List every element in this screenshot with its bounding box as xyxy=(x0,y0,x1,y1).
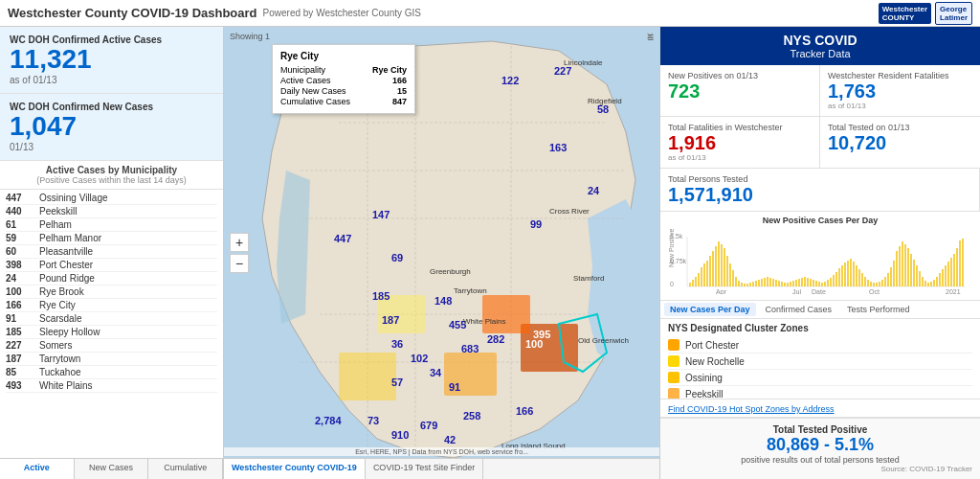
svg-text:258: 258 xyxy=(463,410,480,422)
tracker-stat-cell: Total Fatalities in Westchester 1,916 as… xyxy=(660,117,820,169)
svg-rect-136 xyxy=(904,244,906,286)
cluster-name: Peekskill xyxy=(685,389,723,399)
svg-rect-133 xyxy=(896,251,898,286)
svg-rect-152 xyxy=(950,258,952,286)
svg-text:White Plains: White Plains xyxy=(463,317,505,326)
map-grid-icon[interactable]: ≡ xyxy=(647,31,654,44)
cluster-row: Port Chester xyxy=(668,337,972,354)
header: Westchester County COVID-19 Dashboard Po… xyxy=(0,0,980,27)
svg-rect-96 xyxy=(790,282,791,286)
svg-text:910: 910 xyxy=(391,429,409,441)
svg-text:102: 102 xyxy=(411,353,428,364)
svg-text:Cross River: Cross River xyxy=(549,207,590,216)
svg-rect-12 xyxy=(482,295,530,333)
svg-rect-109 xyxy=(827,280,829,286)
svg-rect-122 xyxy=(864,277,866,286)
zoom-out-button[interactable]: − xyxy=(230,254,249,273)
cluster-row: Peekskill xyxy=(668,386,972,399)
cluster-dot xyxy=(668,355,679,367)
svg-rect-97 xyxy=(792,281,794,286)
map-tab-1[interactable]: COVID-19 Test Site Finder xyxy=(366,459,483,479)
chart-tabs: New Cases Per DayConfirmed CasesTests Pe… xyxy=(660,301,980,319)
chart-tab-new-cases-per-day[interactable]: New Cases Per Day xyxy=(664,303,756,316)
svg-text:Lincolndale: Lincolndale xyxy=(564,58,603,67)
new-cases-date: 01/13 xyxy=(10,142,213,152)
svg-rect-88 xyxy=(767,277,768,286)
tracker-stat-total-persons: Total Persons Tested 1,571,910 xyxy=(660,169,980,212)
svg-rect-73 xyxy=(724,248,725,286)
municipality-row: 227 Somers xyxy=(6,339,217,353)
municipality-row: 185 Sleepy Hollow xyxy=(6,326,217,339)
map-tab-0[interactable]: Westchester County COVID-19 xyxy=(224,459,366,479)
svg-text:187: 187 xyxy=(382,314,399,326)
cluster-finder-link[interactable]: Find COVID-19 Hot Spot Zones by Address xyxy=(668,404,835,414)
svg-rect-14 xyxy=(339,353,396,400)
left-tab-cumulative[interactable]: Cumulative xyxy=(148,459,223,479)
page-title: Westchester County COVID-19 Dashboard xyxy=(8,6,257,20)
svg-rect-87 xyxy=(764,278,766,286)
svg-text:36: 36 xyxy=(391,338,403,350)
logo-area: WestchesterCOUNTY GeorgeLatimer xyxy=(879,2,972,25)
chart-area: New Positive Cases Per Day 1.5k 0.75k 0 xyxy=(660,212,980,301)
svg-rect-127 xyxy=(879,282,880,286)
svg-rect-67 xyxy=(706,261,708,286)
svg-rect-98 xyxy=(795,280,797,286)
svg-rect-142 xyxy=(922,277,924,286)
cluster-row: New Rochelle xyxy=(668,354,972,370)
svg-rect-62 xyxy=(692,280,694,286)
svg-rect-143 xyxy=(924,281,926,286)
svg-rect-129 xyxy=(884,277,886,286)
svg-rect-115 xyxy=(844,262,846,286)
chart-tab-tests-performed[interactable]: Tests Performed xyxy=(841,303,916,316)
svg-text:148: 148 xyxy=(434,295,452,307)
svg-text:447: 447 xyxy=(334,233,351,244)
svg-rect-103 xyxy=(810,279,812,286)
cluster-row: Ossining xyxy=(668,370,972,386)
chart-tab-confirmed-cases[interactable]: Confirmed Cases xyxy=(760,303,838,316)
svg-rect-135 xyxy=(902,241,903,286)
svg-text:Date: Date xyxy=(812,288,826,294)
svg-text:Oct: Oct xyxy=(869,288,880,294)
svg-rect-112 xyxy=(835,272,837,286)
zoom-in-button[interactable]: + xyxy=(230,233,249,252)
svg-rect-137 xyxy=(907,248,909,286)
svg-rect-139 xyxy=(913,260,915,286)
cluster-dot xyxy=(668,388,679,399)
municipality-list[interactable]: 447 Ossining Village 440 Peekskill 61 Pe… xyxy=(0,190,223,458)
tracker-stat-cell: Westchester Resident Fatalities 1,763 as… xyxy=(820,65,980,117)
svg-rect-151 xyxy=(947,262,949,286)
svg-rect-111 xyxy=(833,275,835,286)
logo-westchester: WestchesterCOUNTY xyxy=(879,3,931,24)
popup-row: Active Cases166 xyxy=(280,76,407,85)
svg-rect-117 xyxy=(850,259,852,286)
svg-text:Old Greenwich: Old Greenwich xyxy=(578,336,629,345)
svg-text:34: 34 xyxy=(430,367,442,378)
svg-rect-75 xyxy=(729,263,731,286)
source-label: Source: COVID-19 Tracker xyxy=(668,465,972,473)
svg-rect-107 xyxy=(821,283,823,286)
municipality-row: 447 Ossining Village xyxy=(6,192,217,205)
svg-text:Apr: Apr xyxy=(716,288,727,294)
popup-row: Cumulative Cases847 xyxy=(280,97,407,106)
tracker-stat-cell: New Positives on 01/13 723 xyxy=(660,65,820,117)
svg-rect-145 xyxy=(930,282,932,286)
svg-rect-79 xyxy=(741,283,743,286)
svg-rect-120 xyxy=(858,269,860,286)
cluster-title: NYS Designated Cluster Zones xyxy=(668,323,972,333)
svg-rect-108 xyxy=(824,282,826,286)
svg-rect-90 xyxy=(772,279,774,286)
cluster-name: Ossining xyxy=(685,373,723,383)
map-credit: Esri, HERE, NPS | Data from NYS DOH, web… xyxy=(224,447,659,456)
map-header: Showing 1 ✕ xyxy=(224,29,659,43)
svg-rect-146 xyxy=(933,280,935,286)
svg-rect-99 xyxy=(798,279,800,286)
municipality-row: 59 Pelham Manor xyxy=(6,232,217,245)
left-tab-active[interactable]: Active xyxy=(0,459,75,479)
left-tab-new-cases[interactable]: New Cases xyxy=(75,459,149,479)
svg-rect-68 xyxy=(709,256,711,286)
svg-rect-156 xyxy=(962,239,964,286)
svg-rect-128 xyxy=(881,280,883,286)
svg-rect-83 xyxy=(752,282,754,286)
municipality-row: 85 Tuckahoe xyxy=(6,366,217,379)
map-area[interactable]: Showing 1 ✕ ≡ + − Rye City MunicipalityR… xyxy=(224,27,659,479)
